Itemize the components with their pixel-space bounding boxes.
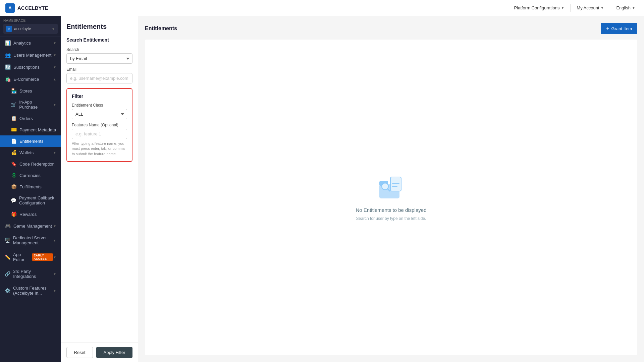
payment-metadata-icon: 💳 <box>11 127 17 132</box>
analytics-icon: 📊 <box>5 40 11 46</box>
features-name-group: Features Name (Optional) After typing a … <box>72 123 127 157</box>
topbar-right: Platform Configurations ▼ My Account ▼ E… <box>511 3 639 12</box>
entitlement-class-select[interactable]: ALL GAME APP ENTITLEMENT CODE MEDIA <box>72 109 127 119</box>
sidebar-item-payment-meta-label: Payment Metadata <box>19 127 56 132</box>
custom-chevron-icon: ▼ <box>53 289 56 293</box>
my-account-label: My Account <box>577 5 599 10</box>
code-redemption-icon: 🔖 <box>11 161 17 167</box>
sidebar-item-dedicated-label: Dedicated Server Management <box>13 235 53 245</box>
topbar-divider <box>570 4 571 12</box>
rewards-icon: 🎁 <box>11 212 17 217</box>
entitlement-class-label: Entitlement Class <box>72 103 127 108</box>
sidebar-item-orders[interactable]: 📋 Orders <box>0 113 61 124</box>
layout: NAMESPACE A accelbyte ▼ 📊 Analytics ▼ 👥 … <box>0 16 644 362</box>
sidebar-item-entitlements-label: Entitlements <box>19 139 44 144</box>
sidebar: NAMESPACE A accelbyte ▼ 📊 Analytics ▼ 👥 … <box>0 16 61 362</box>
stores-icon: 🏪 <box>11 88 17 94</box>
page-title: Entitlements <box>66 23 132 31</box>
users-chevron-icon: ▼ <box>53 53 56 57</box>
right-panel-body: No Entitlements to be displayed Search f… <box>145 40 637 355</box>
main-area: Entitlements Search Entitlement Search b… <box>61 16 644 362</box>
app-editor-chevron-icon: ▼ <box>53 255 56 259</box>
sidebar-item-dedicated-server[interactable]: 🖥️ Dedicated Server Management ▼ <box>0 232 61 249</box>
in-app-purchase-icon: 🛒 <box>11 102 16 107</box>
dedicated-server-icon: 🖥️ <box>5 238 10 243</box>
email-input[interactable] <box>66 73 132 83</box>
sidebar-item-game-management[interactable]: 🎮 Game Management ▼ <box>0 220 61 232</box>
sidebar-item-ecommerce-label: E-Commerce <box>13 77 39 82</box>
sidebar-item-3rd-party[interactable]: 🔗 3rd Party Integrations ▼ <box>0 265 61 282</box>
subs-chevron-icon: ▼ <box>53 65 56 69</box>
language-chevron-icon: ▼ <box>632 6 635 10</box>
sidebar-item-currencies[interactable]: 💲 Currencies <box>0 170 61 181</box>
empty-state-icon <box>378 174 405 201</box>
sidebar-item-custom-left: ⚙️ Custom Features (Accelbyte In... <box>5 286 53 296</box>
sidebar-item-payment-callback[interactable]: 💬 Payment Callback Configuration <box>0 192 61 208</box>
entitlement-class-group: Entitlement Class ALL GAME APP ENTITLEME… <box>72 103 127 119</box>
orders-icon: 📋 <box>11 116 17 121</box>
subscriptions-icon: 🔄 <box>5 64 11 70</box>
apply-filter-button[interactable]: Apply Filter <box>96 347 132 358</box>
sidebar-item-analytics[interactable]: 📊 Analytics ▼ <box>0 37 61 49</box>
right-panel: Entitlements + Grant Item <box>138 16 644 362</box>
sidebar-item-ecommerce-left: 🛍️ E-Commerce <box>5 76 39 82</box>
namespace-select-left: A accelbyte <box>6 26 31 32</box>
sidebar-item-users-management[interactable]: 👥 Users Management ▼ <box>0 49 61 61</box>
my-account-chevron-icon: ▼ <box>601 6 604 10</box>
right-panel-title: Entitlements <box>145 25 177 32</box>
dedicated-chevron-icon: ▼ <box>53 239 56 242</box>
sidebar-item-rewards[interactable]: 🎁 Rewards <box>0 208 61 220</box>
sidebar-item-analytics-left: 📊 Analytics <box>5 40 31 46</box>
sidebar-item-fulfillments[interactable]: 📦 Fulfillments <box>0 181 61 192</box>
sidebar-item-wallets[interactable]: 💰 Wallets ▼ <box>0 147 61 158</box>
search-section-title: Search Entitlement <box>66 37 132 43</box>
game-management-icon: 🎮 <box>5 223 11 229</box>
namespace-icon: A <box>6 26 12 32</box>
sidebar-item-code-redemption[interactable]: 🔖 Code Redemption <box>0 158 61 170</box>
sidebar-item-entitlements[interactable]: 📄 Entitlements <box>0 135 61 147</box>
platform-config-button[interactable]: Platform Configurations ▼ <box>511 3 568 12</box>
namespace-value: accelbyte <box>14 26 31 31</box>
ecommerce-chevron-icon: ▲ <box>53 77 56 81</box>
platform-config-chevron-icon: ▼ <box>561 6 564 10</box>
empty-folder-svg <box>378 174 405 201</box>
game-chevron-icon: ▼ <box>53 224 56 228</box>
left-panel: Entitlements Search Entitlement Search b… <box>61 16 138 362</box>
my-account-button[interactable]: My Account ▼ <box>573 3 607 12</box>
language-button[interactable]: English ▼ <box>613 3 639 12</box>
language-label: English <box>616 5 631 10</box>
empty-state-subtitle: Search for user by type on the left side… <box>356 216 426 221</box>
sidebar-item-subscriptions[interactable]: 🔄 Subscriptions ▼ <box>0 61 61 73</box>
sidebar-item-app-editor-label: App Editor <box>13 252 28 262</box>
sidebar-item-game-label: Game Management <box>13 224 52 229</box>
sidebar-item-app-editor-left: ✏️ App Editor EARLY ACCESS <box>5 252 53 262</box>
email-label: Email <box>66 67 132 72</box>
topbar: A ACCELBYTE Platform Configurations ▼ My… <box>0 0 644 16</box>
features-name-input[interactable] <box>72 129 127 139</box>
left-panel-footer: Reset Apply Filter <box>61 343 138 362</box>
reset-button[interactable]: Reset <box>66 347 93 358</box>
sidebar-item-stores[interactable]: 🏪 Stores <box>0 85 61 97</box>
sidebar-item-payment-metadata[interactable]: 💳 Payment Metadata <box>0 124 61 135</box>
sidebar-item-custom-features[interactable]: ⚙️ Custom Features (Accelbyte In... ▼ <box>0 282 61 299</box>
currencies-icon: 💲 <box>11 173 17 178</box>
sidebar-item-stores-label: Stores <box>19 88 32 94</box>
namespace-label: NAMESPACE <box>3 19 58 22</box>
namespace-select[interactable]: A accelbyte ▼ <box>3 24 58 34</box>
sidebar-item-ecommerce[interactable]: 🛍️ E-Commerce ▲ <box>0 73 61 85</box>
wallets-icon: 💰 <box>11 150 17 155</box>
sidebar-item-code-label: Code Redemption <box>19 162 55 167</box>
sidebar-item-app-editor[interactable]: ✏️ App Editor EARLY ACCESS ▼ <box>0 249 61 265</box>
topbar-divider-2 <box>610 4 610 12</box>
users-icon: 👥 <box>5 52 11 58</box>
search-select[interactable]: by Email by User ID by Item ID <box>66 53 132 64</box>
custom-features-icon: ⚙️ <box>5 288 10 293</box>
early-access-badge: EARLY ACCESS <box>32 253 53 261</box>
sidebar-item-in-app-purchase[interactable]: 🛒 In-App Purchase ▼ <box>0 97 61 113</box>
filter-title: Filter <box>72 94 127 99</box>
3rd-chevron-icon: ▼ <box>53 272 56 276</box>
sidebar-item-iap-label: In-App Purchase <box>19 100 50 110</box>
app-editor-icon: ✏️ <box>5 254 10 260</box>
sidebar-item-dedicated-left: 🖥️ Dedicated Server Management <box>5 235 53 245</box>
grant-item-button[interactable]: + Grant Item <box>601 23 637 34</box>
